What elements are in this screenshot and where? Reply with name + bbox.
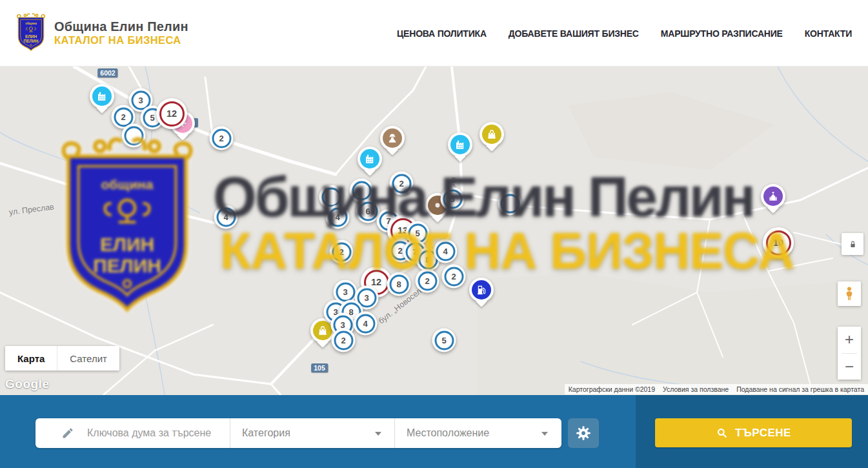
cluster-marker[interactable]: 4 (214, 205, 238, 229)
cluster-count: 8 (396, 280, 401, 289)
cluster-count: 2 (339, 247, 343, 257)
zoom-in-button[interactable]: + (838, 327, 861, 353)
map-clusters-layer: 32512242467135522784221283338342510 (0, 66, 868, 395)
zoom-out-button[interactable]: − (838, 354, 861, 380)
cluster-marker[interactable]: 4 (434, 239, 458, 263)
map-type-satellite-button[interactable]: Сателит (57, 346, 119, 371)
cluster-marker[interactable]: 8 (387, 272, 411, 296)
cluster-marker[interactable]: 2 (210, 127, 234, 150)
cluster-marker[interactable]: 10 (763, 227, 794, 258)
google-logo[interactable]: Google (5, 377, 49, 391)
cluster-count: 2 (341, 336, 345, 345)
cluster-marker[interactable]: 5 (432, 329, 456, 352)
svg-text:ПЕЛИН: ПЕЛИН (24, 39, 39, 43)
cluster-count: 2 (121, 112, 125, 122)
cluster-count: 4 (363, 319, 367, 329)
cluster-marker[interactable]: 2 (416, 269, 439, 293)
search-icon (716, 427, 728, 439)
category-dropdown[interactable]: Категория (230, 418, 395, 448)
keyword-field[interactable] (35, 418, 230, 448)
cluster-count: 2 (219, 134, 223, 143)
pencil-icon (61, 427, 74, 440)
main-nav: ЦЕНОВА ПОЛИТИКАДОБАВЕТЕ ВАШИЯТ БИЗНЕСМАР… (397, 0, 852, 66)
cluster-count: 12 (371, 277, 381, 287)
pegman-control[interactable] (838, 281, 861, 306)
pegman-icon (842, 285, 857, 302)
cluster-marker[interactable] (498, 192, 522, 216)
cluster-count: 12 (167, 108, 177, 119)
cluster-count: 4 (443, 247, 447, 256)
header: община ЕЛИН ПЕЛИН Община Елин Пелин КАТА… (0, 0, 868, 66)
cluster-marker[interactable]: 2 (332, 329, 356, 352)
svg-text:ЕЛИН: ЕЛИН (25, 34, 37, 39)
logo-text: Община Елин Пелин КАТАЛОГ НА БИЗНЕСА (54, 19, 188, 46)
map-type-control: Карта Сателит (5, 346, 119, 371)
cluster-marker[interactable]: 2 (390, 172, 414, 196)
cluster-count: 5 (441, 336, 446, 345)
cluster-count: 2 (398, 246, 402, 256)
cluster-count: 6 (365, 207, 370, 216)
nav-item-2[interactable]: ДОБАВЕТЕ ВАШИЯТ БИЗНЕС (509, 28, 639, 39)
search-button[interactable]: ТЪРСЕНЕ (655, 418, 852, 447)
location-dropdown-label: Местоположение (395, 427, 489, 439)
cluster-marker[interactable] (122, 124, 146, 148)
cluster-marker[interactable]: 12 (156, 98, 187, 129)
map-data-attribution: Картографски данни ©2019 (565, 384, 659, 394)
cluster-marker[interactable]: 2 (442, 265, 466, 289)
municipality-crest-icon: община ЕЛИН ПЕЛИН (15, 13, 46, 53)
cluster-count: 8 (425, 255, 430, 265)
category-dropdown-label: Категория (230, 427, 290, 439)
map-attribution: Картографски данни ©2019Условия за ползв… (565, 384, 868, 394)
cluster-count: 5 (415, 229, 419, 238)
chevron-down-icon (541, 432, 548, 436)
cluster-count: 3 (364, 293, 368, 303)
cluster-count: 5 (150, 113, 154, 123)
cluster-marker[interactable]: 2 (330, 240, 354, 264)
location-dropdown[interactable]: Местоположение (395, 418, 561, 448)
settings-button[interactable] (568, 418, 599, 448)
cluster-count: 4 (223, 212, 228, 222)
map-canvas[interactable]: 6002105 ул. Преславбул. „Новоселции 3251… (0, 66, 868, 395)
cluster-marker[interactable]: 4 (326, 205, 350, 229)
nav-item-1[interactable]: ЦЕНОВА ПОЛИТИКА (397, 28, 487, 39)
cluster-count: 3 (343, 287, 347, 297)
chevron-down-icon (375, 432, 381, 436)
search-button-label: ТЪРСЕНЕ (735, 427, 791, 440)
cluster-marker[interactable]: 4 (354, 312, 378, 336)
street-view-lock-button[interactable] (842, 233, 863, 255)
cluster-count: 5 (450, 194, 454, 204)
nav-item-4[interactable]: КОНТАКТИ (805, 28, 852, 39)
cluster-count: 2 (425, 276, 429, 286)
cluster-count: 3 (138, 96, 143, 105)
nav-item-3[interactable]: МАРШРУТНО РАЗПИСАНИЕ (661, 28, 783, 39)
attribution-link[interactable]: Подаване на сигнал за грешка в картата (732, 384, 868, 394)
map-type-map-button[interactable]: Карта (5, 346, 57, 371)
cluster-count: 2 (399, 179, 403, 188)
site-title: Община Елин Пелин (54, 19, 188, 34)
search-bar: Категория Местоположение ТЪРСЕНЕ (0, 395, 868, 468)
cluster-count: 10 (773, 238, 783, 248)
zoom-control: + − (838, 327, 861, 380)
search-fields: Категория Местоположение (35, 418, 561, 448)
svg-text:община: община (25, 21, 37, 25)
site-subtitle: КАТАЛОГ НА БИЗНЕСА (54, 34, 188, 46)
logo[interactable]: община ЕЛИН ПЕЛИН Община Елин Пелин КАТА… (15, 13, 188, 53)
gear-icon (575, 425, 592, 442)
app: община ЕЛИН ПЕЛИН Община Елин Пелин КАТА… (0, 0, 868, 468)
attribution-link[interactable]: Условия за ползване (659, 384, 732, 394)
cluster-marker[interactable]: 5 (441, 187, 465, 211)
cluster-count: 2 (451, 272, 456, 281)
cluster-count: 4 (335, 212, 339, 222)
